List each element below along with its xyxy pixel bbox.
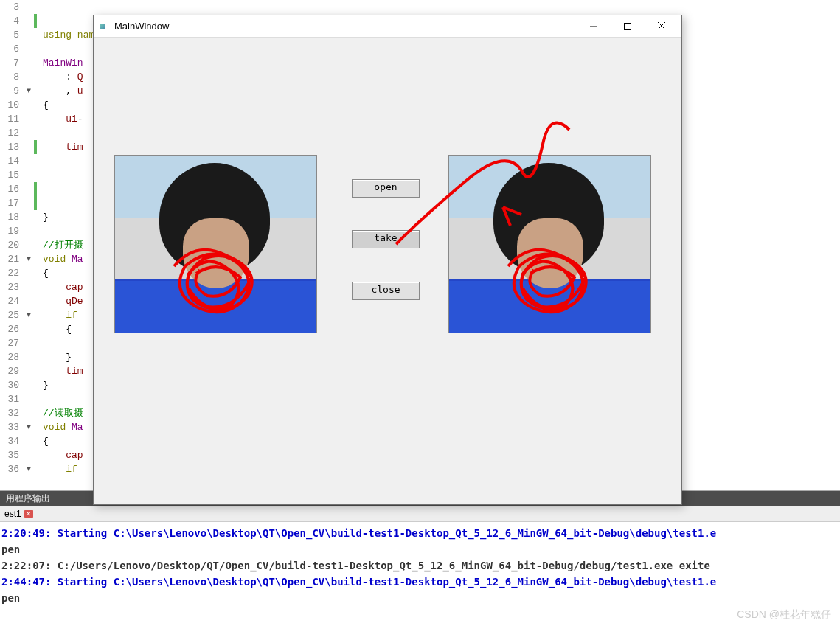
line-number-gutter: 3456789101112131415161718192021222324252…	[0, 0, 24, 490]
output-tab-label: est1	[4, 509, 21, 519]
close-icon[interactable]: ✕	[24, 510, 33, 518]
svg-rect-1	[625, 23, 631, 29]
output-tab[interactable]: est1 ✕	[0, 507, 38, 521]
output-body[interactable]: 2:20:49: Starting C:\Users\Lenovo\Deskto…	[0, 522, 840, 609]
window-controls	[577, 16, 678, 37]
close-button[interactable]	[645, 16, 678, 37]
maximize-icon	[624, 23, 631, 30]
open-button[interactable]: open	[352, 179, 420, 198]
take-button[interactable]: take	[352, 230, 420, 248]
window-body: open take close	[94, 38, 681, 504]
titlebar[interactable]: MainWindow	[94, 15, 681, 38]
main-window: MainWindow open take cl	[93, 15, 682, 505]
window-title: MainWindow	[114, 21, 169, 32]
minimize-icon	[590, 23, 597, 30]
app-icon	[97, 21, 108, 32]
output-panel: 用程序输出 est1 ✕ 2:20:49: Starting C:\Users\…	[0, 490, 840, 626]
face-scribble-icon	[501, 237, 626, 333]
camera-preview-left	[114, 155, 317, 333]
face-scribble-icon	[167, 237, 292, 333]
minimize-button[interactable]	[577, 16, 611, 37]
maximize-button[interactable]	[611, 16, 645, 37]
camera-preview-right	[448, 155, 651, 333]
output-tabs: est1 ✕	[0, 506, 840, 522]
fold-column: ▼▼▼▼▼	[24, 0, 34, 490]
close-camera-button[interactable]: close	[352, 282, 420, 300]
watermark: CSDN @桂花年糕仔	[737, 608, 831, 622]
close-icon	[658, 22, 666, 30]
